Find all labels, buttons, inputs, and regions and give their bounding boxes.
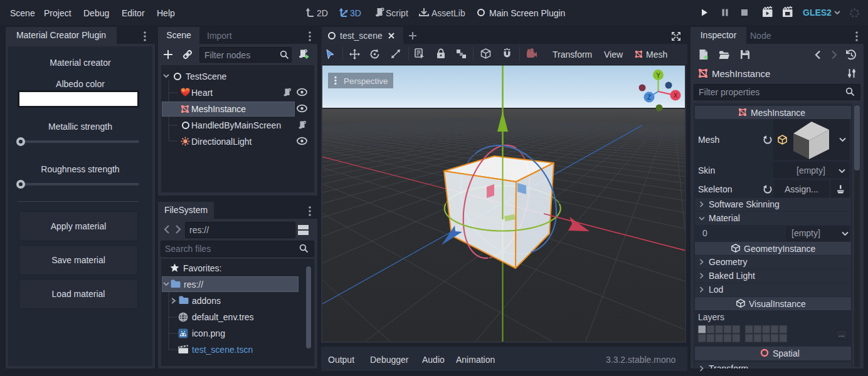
svg-text:Y: Y [656,72,660,79]
svg-text:Z: Z [647,94,651,101]
svg-text:X: X [674,92,678,99]
svg-text:Perspective: Perspective [344,76,388,86]
